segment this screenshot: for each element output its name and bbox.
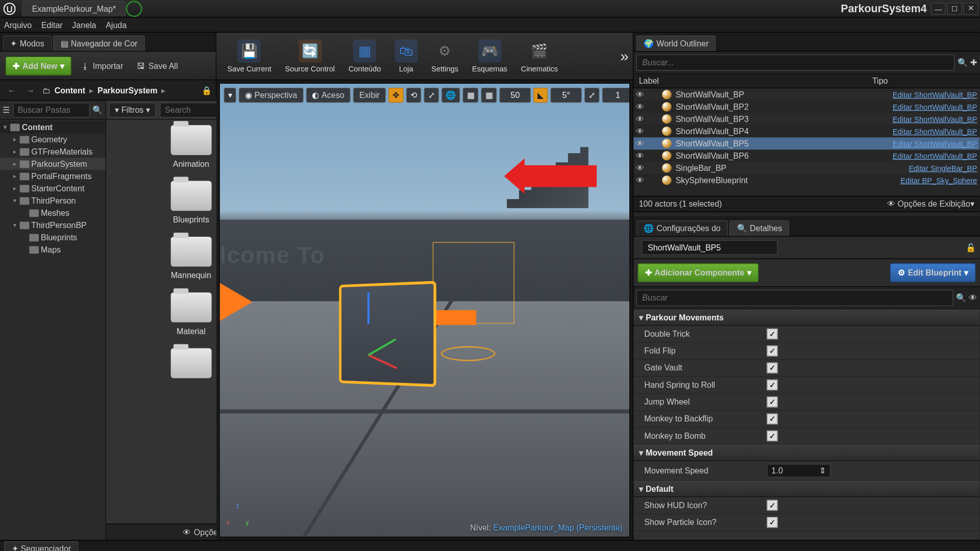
type-link[interactable]: Editar BP_Sky_Sphere: [900, 176, 977, 184]
checkbox[interactable]: ✓: [767, 517, 777, 528]
vp-surfsnap-button[interactable]: ▦: [463, 88, 479, 103]
tree-item[interactable]: ▾ThirdPersonBP: [0, 219, 106, 231]
checkbox[interactable]: ✓: [767, 380, 777, 390]
col-label[interactable]: Label: [639, 76, 872, 86]
tree-item[interactable]: ▸StarterContent: [0, 182, 106, 194]
add-new-button[interactable]: ✚ Add New ▾: [6, 56, 72, 75]
minimize-button[interactable]: —: [931, 3, 946, 15]
toolbar-source-control-button[interactable]: 🔄Source Control: [278, 33, 341, 80]
visibility-icon[interactable]: 👁: [636, 90, 646, 99]
outliner-view-options[interactable]: 👁 Opções de Exibição▾: [887, 199, 974, 209]
filters-button[interactable]: ▾ Filtros ▾: [109, 103, 156, 117]
scene-selected-actor[interactable]: [339, 281, 436, 387]
menu-edit[interactable]: Editar: [41, 20, 63, 30]
type-link[interactable]: Editar SingleBar_BP: [909, 164, 977, 172]
tree-toggle-icon[interactable]: ☰: [3, 105, 10, 115]
maximize-button[interactable]: ◻: [947, 3, 962, 15]
outliner-row[interactable]: 👁ShortWallVault_BP2Editar ShortWallVault…: [633, 101, 979, 113]
add-filter-icon[interactable]: ✚: [970, 58, 977, 67]
visibility-icon[interactable]: 👁: [636, 127, 646, 136]
outliner-row[interactable]: 👁SkySphereBlueprintEditar BP_Sky_Sphere: [633, 174, 979, 186]
tree-item[interactable]: ▾Content: [0, 121, 106, 133]
toolbar-save-current-button[interactable]: 💾Save Current: [220, 33, 278, 80]
tab-sequencer[interactable]: ✦ Sequenciador: [4, 541, 79, 551]
tree-item[interactable]: Meshes: [0, 207, 106, 219]
vp-anglesize-input[interactable]: [551, 88, 582, 103]
checkbox[interactable]: ✓: [767, 396, 777, 407]
visibility-icon[interactable]: 👁: [636, 151, 646, 161]
tree-item[interactable]: ▸Geometry: [0, 133, 106, 145]
outliner-row[interactable]: 👁ShortWallVault_BP4Editar ShortWallVault…: [633, 125, 979, 137]
type-link[interactable]: Editar ShortWallVault_BP: [893, 103, 977, 111]
checkbox[interactable]: ✓: [767, 362, 777, 373]
type-link[interactable]: Editar ShortWallVault_BP: [893, 90, 977, 98]
tree-item[interactable]: Blueprints: [0, 231, 106, 243]
vp-coordspace-button[interactable]: 🌐: [442, 88, 460, 103]
type-link[interactable]: Editar ShortWallVault_BP: [893, 152, 977, 160]
outliner-search-input[interactable]: [636, 55, 954, 71]
visibility-icon[interactable]: 👁: [636, 163, 646, 173]
tab-modes[interactable]: ✦ Modos: [3, 35, 52, 51]
toolbar-settings-button[interactable]: ⚙Settings: [425, 33, 465, 80]
toolbar-cinematics-button[interactable]: 🎬Cinematics: [514, 33, 565, 80]
section-header[interactable]: ▾Parkour Movements: [633, 310, 979, 326]
tree-item[interactable]: ▾ThirdPerson: [0, 194, 106, 207]
outliner-row[interactable]: 👁ShortWallVault_BPEditar ShortWallVault_…: [633, 88, 979, 101]
tree-item[interactable]: ▸GTFreeMaterials: [0, 145, 106, 158]
menu-help[interactable]: Ajuda: [106, 20, 127, 30]
tree-item[interactable]: ▸PortalFragments: [0, 170, 106, 182]
vp-scalesize-input[interactable]: [602, 88, 630, 103]
section-header[interactable]: ▾Movement Speed: [633, 445, 979, 461]
menu-file[interactable]: Arquivo: [4, 20, 32, 30]
outliner-list[interactable]: 👁ShortWallVault_BPEditar ShortWallVault_…: [633, 88, 979, 196]
close-button[interactable]: ✕: [964, 3, 978, 15]
vp-gridsnap-button[interactable]: ▦: [481, 88, 497, 103]
vp-scalesnap-button[interactable]: ⤢: [584, 88, 599, 103]
tab-world-settings[interactable]: 🌐 Configurações do: [636, 220, 728, 236]
actor-name-input[interactable]: [642, 240, 778, 255]
add-component-button[interactable]: ✚ Adicionar Componente ▾: [638, 263, 758, 282]
toolbar-loja-button[interactable]: 🛍Loja: [388, 33, 425, 80]
eye-icon[interactable]: 👁: [969, 293, 977, 303]
toolbar-conteúdo-button[interactable]: ▦Conteúdo: [341, 33, 387, 80]
vp-translate-button[interactable]: ✥: [388, 88, 403, 103]
checkbox[interactable]: ✓: [767, 500, 777, 511]
outliner-row[interactable]: 👁ShortWallVault_BP5Editar ShortWallVault…: [633, 137, 979, 149]
save-all-button[interactable]: 🖫 Save All: [133, 58, 182, 73]
vp-scale-button[interactable]: ⤢: [424, 88, 439, 103]
tab-details[interactable]: 🔍 Detalhes: [729, 220, 790, 236]
type-link[interactable]: Editar ShortWallVault_BP: [893, 139, 977, 147]
vp-rotate-button[interactable]: ⟲: [406, 88, 421, 103]
outliner-row[interactable]: 👁ShortWallVault_BP3Editar ShortWallVault…: [633, 113, 979, 125]
visibility-icon[interactable]: 👁: [636, 139, 646, 148]
toolbar-overflow-button[interactable]: »: [620, 47, 628, 65]
crumb-parkour[interactable]: ParkourSystem: [97, 85, 157, 95]
details-search-input[interactable]: [636, 290, 953, 306]
checkbox[interactable]: ✓: [767, 431, 777, 441]
edit-blueprint-button[interactable]: ⚙ Edit Blueprint▾: [890, 263, 976, 282]
col-type[interactable]: Tipo: [872, 76, 974, 86]
tab-content-browser[interactable]: ▤ Navegador de Cor: [53, 35, 145, 51]
toolbar-esquemas-button[interactable]: 🎮Esquemas: [465, 33, 514, 80]
number-input[interactable]: 1.0⇕: [767, 464, 830, 478]
nav-back-button[interactable]: ←: [4, 83, 19, 97]
visibility-icon[interactable]: 👁: [636, 102, 646, 112]
type-link[interactable]: Editar ShortWallVault_BP: [893, 127, 977, 135]
import-button[interactable]: ⭳ Importar: [77, 58, 127, 73]
outliner-row[interactable]: 👁SingleBar_BPEditar SingleBar_BP: [633, 162, 979, 174]
tab-world-outliner[interactable]: 🌍 World Outliner: [636, 35, 716, 51]
vp-perspective-button[interactable]: ◉ Perspectiva: [239, 88, 303, 103]
menu-window[interactable]: Janela: [72, 20, 96, 30]
vp-gridsize-input[interactable]: [500, 88, 531, 103]
nav-fwd-button[interactable]: →: [23, 83, 38, 97]
crumb-content[interactable]: Content: [55, 85, 85, 95]
tree-item[interactable]: ▸ParkourSystem: [0, 158, 106, 170]
visibility-icon[interactable]: 👁: [636, 176, 646, 185]
lock-icon[interactable]: 🔓: [966, 243, 976, 253]
tree-search-input[interactable]: [13, 103, 90, 117]
checkbox[interactable]: ✓: [767, 345, 777, 356]
level-tab[interactable]: ExampleParkour_Map*: [22, 1, 126, 16]
tree-item[interactable]: Maps: [0, 243, 106, 256]
vp-lit-button[interactable]: ◐ Aceso: [306, 88, 350, 103]
section-header[interactable]: ▾Default: [633, 481, 979, 497]
